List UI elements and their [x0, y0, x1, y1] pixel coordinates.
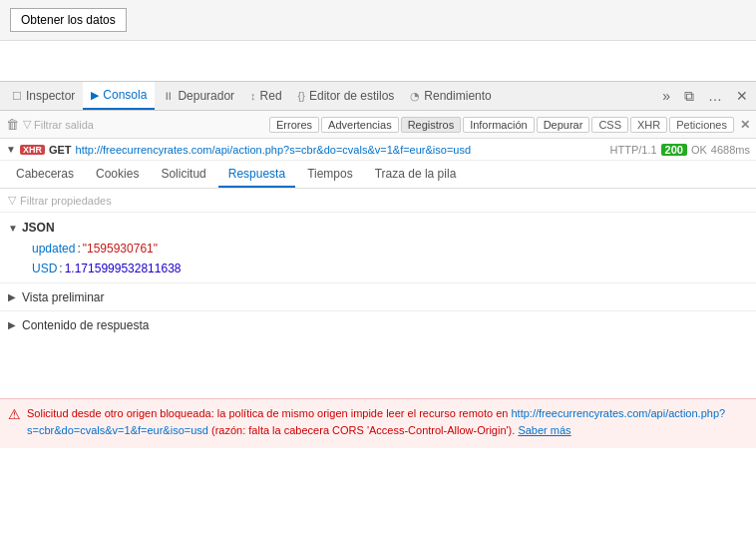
sub-tab-timings[interactable]: Tiempos — [297, 161, 363, 188]
status-text: OK — [691, 144, 707, 156]
filter-input-wrap: ▽ Filtrar salida — [23, 118, 265, 131]
json-usd-key: USD — [32, 262, 57, 275]
preview-section[interactable]: ▶ Vista preliminar — [0, 282, 756, 310]
tab-style-label: Editor de estilos — [309, 89, 394, 103]
error-learn-more-link[interactable]: Saber más — [518, 424, 570, 436]
devtools-tabs: ☐ Inspector ▶ Consola ⏸ Depurador ↕ Red … — [0, 81, 756, 111]
filter-info-button[interactable]: Información — [463, 117, 534, 133]
response-content-section[interactable]: ▶ Contenido de respuesta — [0, 310, 756, 338]
response-content-label: Contenido de respuesta — [22, 318, 149, 332]
filter-warnings-button[interactable]: Advertencias — [321, 117, 399, 133]
json-updated-prop: updated : "1595930761" — [32, 239, 748, 259]
filter-logs-button[interactable]: Registros — [401, 117, 461, 133]
devtools-right-controls: » ⧉ … ✕ — [658, 88, 752, 105]
tab-debugger-label: Depurador — [178, 89, 234, 103]
tab-network[interactable]: ↕ Red — [242, 82, 290, 110]
tab-console-label: Consola — [103, 88, 147, 102]
error-icon: ⚠ — [8, 406, 21, 422]
clear-console-button[interactable]: 🗑 — [6, 117, 19, 132]
json-usd-value: 1.1715999532811638 — [65, 262, 182, 275]
filter-requests-button[interactable]: Peticiones — [669, 117, 734, 133]
sub-tab-cookies[interactable]: Cookies — [86, 161, 149, 188]
tab-console[interactable]: ▶ Consola — [83, 82, 155, 110]
dock-button[interactable]: ⧉ — [680, 88, 698, 105]
filter-placeholder: Filtrar salida — [34, 119, 94, 131]
tab-network-label: Red — [260, 89, 282, 103]
error-text: Solicitud desde otro origen bloqueada: l… — [27, 405, 748, 438]
json-usd-prop: USD : 1.1715999532811638 — [32, 259, 748, 278]
filter-xhr-button[interactable]: XHR — [630, 117, 667, 133]
console-icon: ▶ — [91, 89, 99, 102]
json-colon-1: : — [77, 242, 80, 256]
style-icon: {} — [298, 90, 305, 102]
overflow-button[interactable]: » — [658, 88, 674, 104]
sub-tab-headers[interactable]: Cabeceras — [6, 161, 84, 188]
json-properties: updated : "1595930761" USD : 1.171599953… — [32, 239, 748, 278]
request-timing: 4688ms — [711, 144, 750, 156]
sub-tab-response[interactable]: Respuesta — [218, 161, 295, 188]
tab-debugger[interactable]: ⏸ Depurador — [155, 82, 242, 110]
filter-buttons: Errores Advertencias Registros Informaci… — [269, 117, 750, 133]
request-method: GET — [49, 144, 72, 156]
inspector-icon: ☐ — [12, 90, 22, 103]
filter-errors-button[interactable]: Errores — [269, 117, 319, 133]
filter-row: 🗑 ▽ Filtrar salida Errores Advertencias … — [0, 111, 756, 139]
sub-tab-request[interactable]: Solicitud — [151, 161, 215, 188]
top-bar: Obtener los datos — [0, 0, 756, 41]
expand-arrow-icon[interactable]: ▼ — [6, 144, 16, 155]
filter-props-icon: ▽ — [8, 194, 16, 207]
devtools-menu-button[interactable]: … — [704, 88, 726, 104]
json-panel: ▼ JSON updated : "1595930761" USD : 1.17… — [0, 213, 756, 282]
preview-label: Vista preliminar — [22, 290, 104, 304]
filter-properties-row: ▽ Filtrar propiedades — [0, 189, 756, 213]
sub-tab-stack-trace[interactable]: Traza de la pila — [365, 161, 467, 188]
json-updated-value: "1595930761" — [83, 242, 158, 256]
network-icon: ↕ — [250, 90, 256, 102]
json-updated-key: updated — [32, 242, 75, 256]
filter-debug-button[interactable]: Depurar — [537, 117, 590, 133]
tab-inspector[interactable]: ☐ Inspector — [4, 82, 83, 110]
tab-performance-label: Rendimiento — [424, 89, 491, 103]
tab-performance[interactable]: ◔ Rendimiento — [402, 82, 499, 110]
json-root-row[interactable]: ▼ JSON — [8, 217, 748, 239]
json-expand-arrow[interactable]: ▼ — [8, 223, 18, 234]
network-status: HTTP/1.1 200 OK 4688ms — [610, 144, 750, 156]
status-code-badge: 200 — [661, 144, 687, 156]
network-request-row[interactable]: ▼ XHR GET http://freecurrencyrates.com/a… — [0, 139, 756, 161]
error-bar: ⚠ Solicitud desde otro origen bloqueada:… — [0, 398, 756, 448]
error-text-part2: (razón: falta la cabecera CORS 'Access-C… — [211, 424, 515, 436]
obtain-data-button[interactable]: Obtener los datos — [10, 8, 127, 32]
response-sub-tabs: Cabeceras Cookies Solicitud Respuesta Ti… — [0, 161, 756, 189]
request-url: http://freecurrencyrates.com/api/action.… — [76, 144, 606, 156]
json-colon-2: : — [59, 262, 62, 275]
performance-icon: ◔ — [410, 90, 420, 103]
http-version: HTTP/1.1 — [610, 144, 657, 156]
tab-inspector-label: Inspector — [26, 89, 75, 103]
devtools-close-button[interactable]: ✕ — [732, 88, 752, 104]
response-content-expand-icon: ▶ — [8, 319, 16, 330]
filter-icon: ▽ — [23, 118, 31, 131]
json-root-label: JSON — [22, 221, 55, 235]
content-area — [0, 338, 756, 398]
tab-style-editor[interactable]: {} Editor de estilos — [290, 82, 403, 110]
spacer — [0, 41, 756, 81]
close-filter-button[interactable]: ✕ — [740, 118, 750, 132]
debugger-icon: ⏸ — [163, 90, 174, 102]
xhr-badge: XHR — [20, 145, 45, 155]
filter-css-button[interactable]: CSS — [591, 117, 628, 133]
preview-expand-icon: ▶ — [8, 291, 16, 302]
filter-props-placeholder: Filtrar propiedades — [20, 195, 112, 207]
error-text-part1: Solicitud desde otro origen bloqueada: l… — [27, 407, 508, 419]
